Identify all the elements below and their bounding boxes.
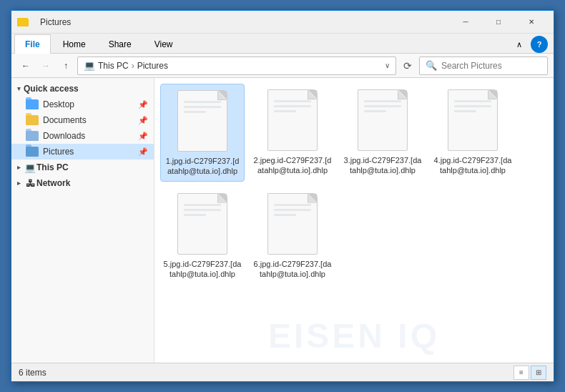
this-pc-icon: 💻 [24, 162, 36, 172]
large-icons-view-button[interactable]: ⊞ [531, 366, 546, 380]
file-name-6: 6.jpg.id-C279F237.[datahlp@tuta.io].dhlp [253, 259, 332, 280]
sidebar-item-label-documents: Documents [43, 115, 87, 125]
pictures-folder-icon [26, 147, 39, 157]
list-view-button[interactable]: ≡ [514, 366, 529, 380]
view-buttons: ≡ ⊞ [514, 366, 546, 380]
file-thumb-5 [174, 192, 231, 256]
downloads-folder-icon [26, 131, 39, 141]
search-box[interactable]: 🔍 [419, 57, 548, 75]
address-bar: ← → ↑ 💻 This PC › Pictures ∨ ⟳ 🔍 [11, 54, 554, 78]
path-this-pc[interactable]: This PC [98, 61, 129, 71]
help-button[interactable]: ? [531, 36, 548, 53]
file-page-5 [177, 193, 227, 255]
file-item-4[interactable]: 4.jpg.id-C279F237.[datahlp@tuta.io].dhlp [431, 84, 515, 182]
title-bar: Pictures ─ □ ✕ [11, 11, 554, 34]
path-dropdown-arrow[interactable]: ∨ [385, 62, 390, 69]
ribbon-expand-button[interactable]: ∧ [511, 36, 528, 53]
tab-view[interactable]: View [144, 34, 184, 54]
file-corner-1 [218, 91, 227, 99]
file-item-2[interactable]: 2.jpeg.id-C279F237.[datahlp@tuta.io].dhl… [250, 84, 335, 182]
tab-home[interactable]: Home [52, 34, 97, 54]
file-corner-3 [398, 90, 407, 99]
sidebar-item-desktop[interactable]: Desktop 📌 [11, 97, 154, 112]
sidebar-item-label-pictures: Pictures [43, 147, 74, 157]
file-corner-5 [218, 194, 227, 202]
sidebar: ▾ Quick access Desktop 📌 Documents 📌 Dow… [11, 78, 154, 363]
file-name-4: 4.jpg.id-C279F237.[datahlp@tuta.io].dhlp [433, 155, 512, 176]
file-area: EISEN IQ 1.jpg.id-C279F237.[datahlp@tuta… [154, 78, 554, 363]
path-icon: 💻 [84, 60, 95, 71]
chevron-down-icon: ▾ [17, 85, 21, 92]
sidebar-item-label-downloads: Downloads [43, 131, 85, 141]
main-content: ▾ Quick access Desktop 📌 Documents 📌 Dow… [11, 78, 554, 363]
file-corner-2 [308, 90, 317, 99]
network-icon: 🖧 [24, 178, 36, 188]
file-inner-5 [184, 204, 221, 248]
sidebar-section-this-pc[interactable]: ▸ 💻 This PC [11, 160, 154, 175]
ribbon: File Home Share View ∧ ? [11, 34, 554, 54]
chevron-right-icon: ▸ [17, 164, 21, 171]
chevron-right-icon-net: ▸ [17, 180, 21, 187]
file-page-1 [177, 90, 227, 152]
sidebar-item-pictures[interactable]: Pictures 📌 [11, 144, 154, 160]
file-name-5: 5.jpg.id-C279F237.[datahlp@tuta.io].dhlp [163, 259, 242, 280]
tab-share[interactable]: Share [98, 34, 142, 54]
file-item-3[interactable]: 3.jpg.id-C279F237.[datahlp@tuta.io].dhlp [340, 84, 425, 182]
file-thumb-3 [354, 88, 411, 152]
file-inner-6 [274, 204, 311, 248]
sidebar-section-quick-access[interactable]: ▾ Quick access [11, 81, 154, 97]
sidebar-section-label-quick-access: Quick access [24, 84, 79, 94]
window-icon [17, 16, 37, 29]
file-inner-1 [184, 101, 221, 145]
file-name-3: 3.jpg.id-C279F237.[datahlp@tuta.io].dhlp [343, 155, 422, 176]
ribbon-expand-area: ∧ ? [511, 36, 551, 53]
file-thumb-4 [444, 88, 501, 152]
search-input[interactable] [441, 61, 549, 71]
refresh-button[interactable]: ⟳ [399, 57, 416, 74]
file-inner-4 [454, 100, 491, 144]
file-thumb-6 [264, 192, 321, 256]
up-button[interactable]: ↑ [57, 57, 74, 74]
sidebar-item-documents[interactable]: Documents 📌 [11, 112, 154, 128]
sidebar-section-label-this-pc: This PC [36, 162, 69, 172]
sidebar-item-label-desktop: Desktop [43, 99, 74, 109]
sidebar-section-network[interactable]: ▸ 🖧 Network [11, 175, 154, 191]
forward-button[interactable]: → [37, 57, 54, 74]
desktop-folder-icon [26, 99, 39, 109]
file-page-2 [267, 89, 318, 151]
sidebar-section-label-network: Network [36, 178, 70, 188]
pin-icon-pictures: 📌 [138, 147, 148, 157]
status-bar: 6 items ≡ ⊞ [11, 363, 554, 381]
path-pictures[interactable]: Pictures [137, 61, 168, 71]
file-thumb-1 [174, 89, 231, 153]
file-item-5[interactable]: 5.jpg.id-C279F237.[datahlp@tuta.io].dhlp [160, 187, 245, 284]
file-inner-3 [364, 100, 401, 144]
search-icon: 🔍 [426, 60, 437, 71]
file-item-1[interactable]: 1.jpg.id-C279F237.[datahlp@tuta.io].dhlp [160, 84, 245, 182]
sidebar-item-downloads[interactable]: Downloads 📌 [11, 128, 154, 144]
file-page-3 [358, 89, 408, 151]
explorer-window: Pictures ─ □ ✕ File Home Share View ∧ ? … [11, 10, 554, 382]
file-item-6[interactable]: 6.jpg.id-C279F237.[datahlp@tuta.io].dhlp [250, 187, 335, 284]
file-name-2: 2.jpeg.id-C279F237.[datahlp@tuta.io].dhl… [253, 155, 332, 176]
address-path[interactable]: 💻 This PC › Pictures ∨ [77, 57, 396, 75]
close-button[interactable]: ✕ [515, 11, 548, 34]
minimize-button[interactable]: ─ [449, 11, 482, 34]
window-controls: ─ □ ✕ [449, 11, 548, 34]
pin-icon-documents: 📌 [138, 116, 148, 125]
path-sep-1: › [132, 61, 134, 71]
pin-icon-desktop: 📌 [138, 100, 148, 109]
file-page-4 [448, 89, 498, 151]
tab-file[interactable]: File [14, 34, 51, 54]
file-corner-6 [308, 194, 317, 202]
documents-folder-icon [26, 115, 39, 125]
file-thumb-2 [264, 88, 321, 152]
window-title: Pictures [40, 17, 449, 27]
file-inner-2 [274, 100, 311, 144]
file-page-6 [267, 193, 318, 255]
ribbon-tabs: File Home Share View ∧ ? [11, 34, 554, 53]
pin-icon-downloads: 📌 [138, 132, 148, 141]
back-button[interactable]: ← [17, 57, 34, 74]
maximize-button[interactable]: □ [482, 11, 515, 34]
status-item-count: 6 items [19, 368, 514, 378]
